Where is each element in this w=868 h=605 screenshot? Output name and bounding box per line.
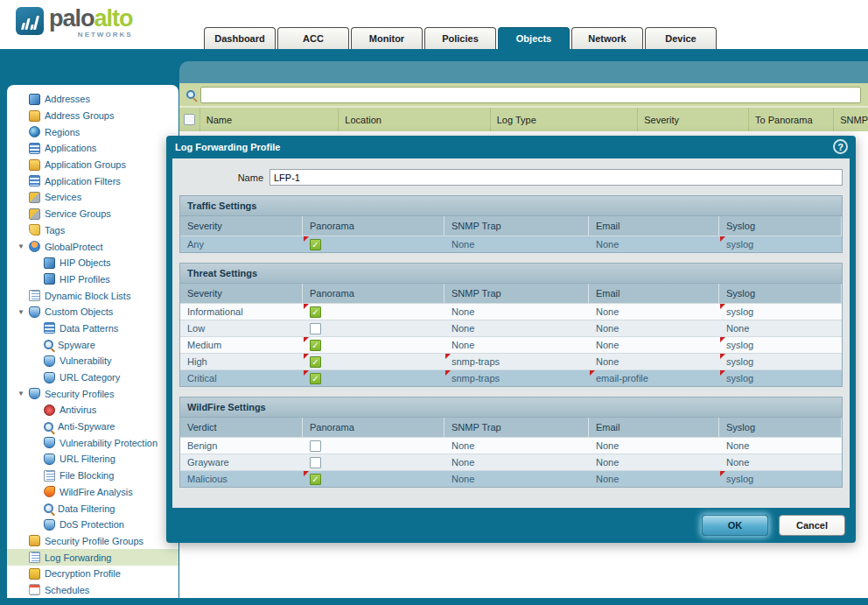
sidebar-item-data-patterns[interactable]: Data Patterns [7, 320, 178, 337]
name-input[interactable] [270, 169, 843, 186]
tab-device[interactable]: Device [645, 27, 717, 49]
sidebar-item-schedules[interactable]: Schedules [7, 582, 178, 598]
panorama-checkbox[interactable]: ✓ [310, 356, 321, 368]
sidebar-item-application-groups[interactable]: Application Groups [7, 157, 178, 173]
syslog-cell[interactable]: syslog [719, 236, 842, 252]
sidebar-item-security-profile-groups[interactable]: Security Profile Groups [7, 533, 178, 550]
column-header-name[interactable]: Name [200, 108, 340, 131]
tab-policies[interactable]: Policies [424, 27, 496, 49]
panorama-checkbox[interactable]: ✓ [310, 239, 321, 250]
sidebar-item-anti-spyware[interactable]: Anti-Spyware [7, 419, 178, 435]
snmp-trap-cell[interactable]: snmp-traps [444, 370, 589, 386]
tab-dashboard[interactable]: Dashboard [204, 27, 276, 49]
folder-icon [29, 159, 40, 171]
row-malicious[interactable]: Malicious✓NoneNonesyslog [180, 470, 842, 487]
tab-objects[interactable]: Objects [498, 27, 570, 50]
ok-button[interactable]: OK [702, 515, 768, 536]
panorama-checkbox[interactable]: ✓ [310, 340, 321, 351]
sidebar-item-vulnerability-protection[interactable]: Vulnerability Protection [7, 434, 178, 451]
sidebar-item-vulnerability[interactable]: Vulnerability [7, 353, 178, 369]
row-informational[interactable]: Informational✓NoneNonesyslog [180, 303, 842, 320]
sidebar-item-url-category[interactable]: URL Category [7, 369, 178, 386]
syslog-cell[interactable]: None [719, 454, 842, 470]
sidebar-item-url-filtering[interactable]: URL Filtering [7, 451, 178, 468]
panorama-checkbox[interactable]: ✓ [310, 474, 321, 485]
grid-icon [44, 322, 55, 334]
sidebar-item-custom-objects[interactable]: ▼Custom Objects [7, 304, 178, 320]
syslog-cell[interactable]: None [719, 320, 842, 336]
snmp-trap-cell[interactable]: snmp-traps [444, 354, 589, 369]
snmp-trap-cell[interactable]: None [444, 471, 589, 487]
sidebar-item-security-profiles[interactable]: ▼Security Profiles [7, 385, 178, 402]
tab-monitor[interactable]: Monitor [351, 27, 423, 49]
syslog-cell[interactable]: syslog [719, 354, 842, 369]
column-header-severity[interactable]: Severity [638, 108, 749, 131]
sidebar-item-application-filters[interactable]: Application Filters [7, 172, 178, 189]
sidebar-item-dos-protection[interactable]: DoS Protection [7, 517, 178, 533]
chevron-down-icon[interactable]: ▼ [16, 308, 29, 316]
sidebar-item-antivirus[interactable]: Antivirus [7, 402, 178, 419]
tab-network[interactable]: Network [571, 27, 643, 49]
sidebar-item-tags[interactable]: Tags [7, 222, 178, 239]
email-cell[interactable]: None [589, 354, 719, 369]
sidebar-item-globalprotect[interactable]: ▼GlobalProtect [7, 238, 178, 255]
row-medium[interactable]: Medium✓NoneNonesyslog [180, 336, 842, 353]
sidebar-item-addresses[interactable]: Addresses [7, 91, 178, 108]
email-cell[interactable]: None [589, 236, 719, 252]
sidebar-item-regions[interactable]: Regions [7, 123, 178, 140]
syslog-cell[interactable]: None [719, 438, 842, 454]
help-icon[interactable]: ? [833, 139, 848, 154]
email-cell[interactable]: None [589, 320, 719, 336]
tab-acc[interactable]: ACC [277, 27, 349, 49]
syslog-cell[interactable]: syslog [719, 370, 842, 386]
sidebar-item-decryption-profile[interactable]: Decryption Profile [7, 566, 178, 582]
chevron-down-icon[interactable]: ▼ [16, 243, 29, 250]
email-cell[interactable]: None [589, 438, 719, 454]
sidebar-item-address-groups[interactable]: Address Groups [7, 108, 178, 124]
sidebar-item-hip-profiles[interactable]: HIP Profiles [7, 271, 178, 288]
email-cell[interactable]: None [589, 304, 719, 320]
row-high[interactable]: High✓snmp-trapsNonesyslog [180, 353, 842, 369]
panorama-checkbox[interactable] [310, 457, 321, 468]
row-any[interactable]: Any✓NoneNonesyslog [180, 236, 842, 252]
panorama-checkbox[interactable] [310, 440, 321, 452]
chevron-down-icon[interactable]: ▼ [16, 390, 29, 397]
sidebar-item-log-forwarding[interactable]: Log Forwarding [7, 549, 178, 566]
sidebar-item-dynamic-block-lists[interactable]: Dynamic Block Lists [7, 287, 178, 304]
syslog-cell[interactable]: syslog [719, 304, 842, 320]
snmp-trap-cell[interactable]: None [444, 304, 589, 320]
panorama-checkbox[interactable]: ✓ [310, 373, 321, 384]
sidebar-item-data-filtering[interactable]: Data Filtering [7, 500, 178, 517]
snmp-trap-cell[interactable]: None [444, 337, 589, 353]
email-cell[interactable]: None [589, 471, 719, 487]
column-header-to-panorama[interactable]: To Panorama [749, 108, 834, 131]
row-benign[interactable]: BenignNoneNoneNone [180, 437, 842, 454]
select-all-checkbox[interactable] [184, 114, 195, 125]
panorama-checkbox[interactable] [310, 323, 321, 334]
sidebar-item-service-groups[interactable]: Service Groups [7, 206, 178, 222]
sidebar-item-wildfire-analysis[interactable]: WildFire Analysis [7, 484, 178, 501]
syslog-cell[interactable]: syslog [719, 337, 842, 353]
snmp-trap-cell[interactable]: None [444, 236, 589, 252]
email-cell[interactable]: None [589, 454, 719, 470]
panorama-checkbox[interactable]: ✓ [310, 306, 321, 318]
snmp-trap-cell[interactable]: None [444, 320, 589, 336]
email-cell[interactable]: email-profile [589, 370, 719, 386]
sidebar-item-applications[interactable]: Applications [7, 140, 178, 157]
snmp-trap-cell[interactable]: None [444, 454, 589, 470]
sidebar-item-services[interactable]: Services [7, 189, 178, 206]
email-cell[interactable]: None [589, 337, 719, 353]
sidebar-item-hip-objects[interactable]: HIP Objects [7, 255, 178, 271]
snmp-trap-cell[interactable]: None [444, 438, 589, 454]
column-header-snmp[interactable]: SNMP [834, 108, 868, 131]
row-low[interactable]: LowNoneNoneNone [180, 320, 842, 336]
search-input[interactable] [200, 87, 861, 103]
row-grayware[interactable]: GraywareNoneNoneNone [180, 454, 842, 470]
syslog-cell[interactable]: syslog [719, 471, 842, 487]
column-header-log-type[interactable]: Log Type [491, 108, 638, 131]
sidebar-item-file-blocking[interactable]: File Blocking [7, 468, 178, 484]
sidebar-item-spyware[interactable]: Spyware [7, 336, 178, 353]
row-critical[interactable]: Critical✓snmp-trapsemail-profilesyslog [180, 369, 842, 386]
cancel-button[interactable]: Cancel [779, 515, 845, 536]
column-header-location[interactable]: Location [339, 108, 490, 131]
